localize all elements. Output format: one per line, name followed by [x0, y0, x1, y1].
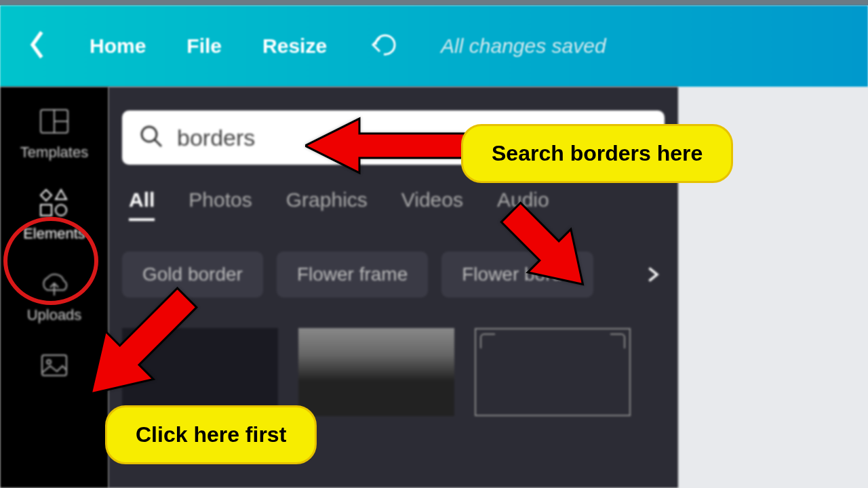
- annotation-arrow: [488, 183, 610, 321]
- templates-icon: [38, 107, 71, 138]
- svg-point-8: [47, 360, 51, 364]
- svg-point-5: [56, 205, 66, 216]
- sidebar-item-templates[interactable]: Templates: [20, 107, 88, 161]
- chip-flower-frame[interactable]: Flower frame: [277, 251, 428, 298]
- result-item[interactable]: [298, 328, 454, 416]
- svg-rect-7: [42, 355, 66, 375]
- svg-marker-3: [56, 190, 66, 199]
- annotation-callout-click: Click here first: [105, 405, 317, 464]
- nav-file[interactable]: File: [186, 35, 222, 58]
- svg-marker-13: [67, 274, 211, 418]
- undo-icon[interactable]: [368, 28, 400, 64]
- annotation-arrow: [305, 112, 468, 182]
- tab-photos[interactable]: Photos: [189, 188, 252, 221]
- back-icon[interactable]: [27, 28, 49, 64]
- annotation-callout-search: Search borders here: [461, 124, 733, 183]
- tab-all[interactable]: All: [129, 188, 155, 221]
- svg-marker-11: [305, 119, 465, 173]
- sidebar-label: Templates: [20, 144, 88, 161]
- tab-graphics[interactable]: Graphics: [286, 188, 368, 221]
- nav-home[interactable]: Home: [90, 35, 146, 58]
- svg-marker-12: [490, 191, 605, 306]
- svg-rect-4: [41, 205, 52, 216]
- chips-next-button[interactable]: [637, 259, 668, 290]
- tab-videos[interactable]: Videos: [401, 188, 463, 221]
- svg-line-10: [155, 140, 161, 146]
- annotation-arrow: [64, 268, 214, 426]
- nav-resize[interactable]: Resize: [262, 35, 327, 58]
- app-header: Home File Resize All changes saved: [0, 5, 868, 87]
- elements-icon: [38, 188, 71, 220]
- svg-point-9: [142, 127, 157, 142]
- save-status: All changes saved: [441, 35, 606, 58]
- search-icon: [139, 124, 163, 151]
- result-item[interactable]: [475, 328, 631, 416]
